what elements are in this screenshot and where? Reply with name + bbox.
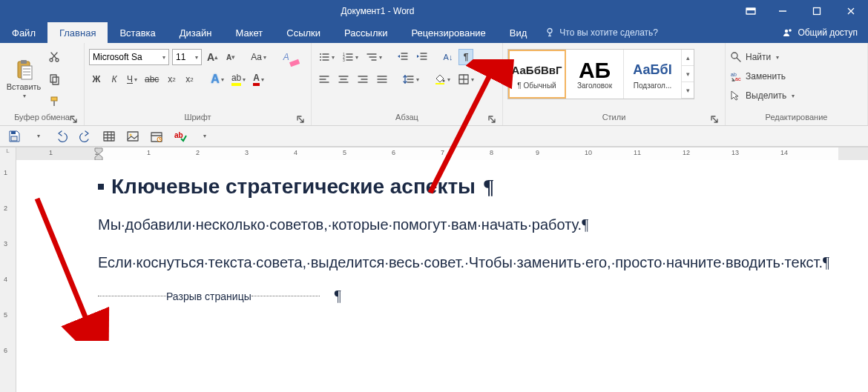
styles-gallery[interactable]: АаБбВвГ ¶ Обычный АБ Заголовок АаБбI Под… <box>507 49 694 99</box>
bullets-button[interactable] <box>316 49 337 65</box>
svg-marker-90 <box>95 154 102 160</box>
tell-me[interactable]: Что вы хотите сделать? <box>545 27 658 38</box>
paragraph-launcher[interactable] <box>487 115 496 124</box>
numbering-button[interactable]: 123 <box>340 49 361 65</box>
ruler-gutter: L <box>0 147 16 160</box>
qat-customize-button[interactable] <box>196 128 212 144</box>
font-name-combo[interactable]: Microsoft Sa <box>89 49 169 65</box>
tab-view[interactable]: Вид <box>498 22 539 43</box>
qat-undo-button[interactable] <box>53 128 70 144</box>
highlight-button[interactable]: ab <box>229 71 248 87</box>
ribbon-display-options[interactable] <box>740 6 761 16</box>
qat-save-button[interactable] <box>6 128 22 144</box>
decrease-indent-button[interactable] <box>395 49 411 65</box>
style-heading2[interactable]: АаБбI Подзагол... <box>624 50 682 99</box>
share-button[interactable]: Общий доступ <box>772 27 868 38</box>
replace-button[interactable]: abac Заменить <box>730 68 795 84</box>
format-painter-button[interactable] <box>46 93 62 110</box>
change-case-button[interactable]: Aa <box>249 49 269 65</box>
qat-picture-button[interactable] <box>125 128 141 144</box>
styles-scroller[interactable]: ▴▾▾ <box>682 50 694 99</box>
horizontal-ruler[interactable]: L 1 2 1 2 3 4 5 6 7 8 9 10 11 12 13 14 <box>0 147 868 160</box>
tab-layout[interactable]: Макет <box>223 22 274 43</box>
tab-home[interactable]: Главная <box>47 22 108 43</box>
tab-review[interactable]: Рецензирование <box>399 22 497 43</box>
svg-point-82 <box>130 133 132 136</box>
shrink-font-button[interactable]: A▾ <box>223 49 238 65</box>
qat-save-dropdown[interactable] <box>30 128 46 144</box>
text-effects-button[interactable]: A <box>208 71 226 87</box>
increase-indent-button[interactable] <box>414 49 430 65</box>
vertical-ruler[interactable]: 1 2 3 4 5 6 <box>0 160 16 392</box>
style-heading1-label: Заголовок <box>577 82 612 90</box>
line-spacing-button[interactable] <box>401 71 421 87</box>
underline-button[interactable]: Ч <box>125 71 139 87</box>
justify-button[interactable] <box>374 71 390 87</box>
tab-design[interactable]: Дизайн <box>168 22 224 43</box>
page-break-label: Разрыв страницы <box>166 290 251 302</box>
italic-button[interactable]: К <box>107 71 122 87</box>
clipboard-launcher[interactable] <box>69 115 78 124</box>
paste-button[interactable]: Вставить <box>4 46 43 112</box>
tab-file[interactable]: Файл <box>0 22 47 43</box>
close-button[interactable] <box>834 0 868 22</box>
shading-button[interactable] <box>432 71 453 87</box>
show-hide-pilcrow-button[interactable]: ¶ <box>458 49 473 65</box>
qat-redo-button[interactable] <box>77 128 93 144</box>
cut-button[interactable] <box>46 49 62 65</box>
font-size-combo[interactable]: 11 <box>172 49 202 65</box>
select-button[interactable]: Выделить <box>730 87 795 104</box>
tab-insert[interactable]: Вставка <box>108 22 167 43</box>
tab-references[interactable]: Ссылки <box>274 22 332 43</box>
style-normal[interactable]: АаБбВвГ ¶ Обычный <box>508 50 566 99</box>
group-editing-label: Редактирование <box>766 113 828 122</box>
sort-button[interactable]: А↓ <box>441 49 456 65</box>
window-title: Документ1 - Word <box>15 6 740 16</box>
font-launcher[interactable] <box>296 115 305 124</box>
doc-para-1[interactable]: Мы·добавили·несколько·советов,·которые·п… <box>98 213 853 236</box>
svg-rect-23 <box>51 97 57 101</box>
maximize-button[interactable] <box>800 0 834 22</box>
align-center-button[interactable] <box>335 71 352 87</box>
group-paragraph: 123 А↓ ¶ Абзац <box>312 43 503 125</box>
qat-table-button[interactable] <box>101 128 117 144</box>
page-break-marker[interactable]: Разрыв страницы ¶ <box>98 288 853 305</box>
quick-access-toolbar: ab <box>0 126 868 147</box>
strikethrough-button[interactable]: abc <box>142 71 161 87</box>
document-area[interactable]: Ключевые стратегические аспекты¶ Мы·доба… <box>16 160 868 392</box>
bold-button[interactable]: Ж <box>89 71 104 87</box>
heading-bullet-icon <box>98 184 104 190</box>
svg-line-20 <box>51 53 56 59</box>
doc-para-2[interactable]: Если·коснуться·текста·совета,·выделится·… <box>98 251 853 274</box>
font-color-button[interactable]: A <box>251 71 266 87</box>
grow-font-button[interactable]: A▴ <box>205 49 220 65</box>
group-editing: Найти abac Заменить Выделить Редактирова… <box>726 43 868 125</box>
pilcrow-icon: ¶ <box>823 254 829 270</box>
multilevel-list-button[interactable] <box>364 49 384 65</box>
ribbon: Вставить Буфер обмена Microsoft Sa 11 A▴… <box>0 43 868 126</box>
align-right-button[interactable] <box>355 71 371 87</box>
doc-heading[interactable]: Ключевые стратегические аспекты¶ <box>98 175 853 199</box>
align-left-button[interactable] <box>316 71 332 87</box>
qat-spelling-button[interactable]: ab <box>172 128 188 144</box>
qat-insert-date-button[interactable] <box>148 128 165 144</box>
subscript-button[interactable]: x2 <box>164 71 179 87</box>
superscript-button[interactable]: x2 <box>182 71 197 87</box>
minimize-button[interactable] <box>766 0 800 22</box>
svg-point-27 <box>320 56 321 58</box>
copy-button[interactable] <box>46 71 62 87</box>
share-label: Общий доступ <box>798 27 858 38</box>
svg-rect-1 <box>746 8 755 10</box>
style-normal-label: ¶ Обычный <box>517 82 556 90</box>
svg-point-26 <box>320 53 321 55</box>
style-heading1[interactable]: АБ Заголовок <box>566 50 624 99</box>
svg-rect-13 <box>22 66 32 79</box>
find-button[interactable]: Найти <box>730 49 795 65</box>
styles-launcher[interactable] <box>710 115 719 124</box>
tell-me-label: Что вы хотите сделать? <box>559 27 658 38</box>
svg-point-28 <box>320 59 321 61</box>
clear-formatting-button[interactable]: A <box>279 49 294 65</box>
tab-mailings[interactable]: Рассылки <box>332 22 399 43</box>
borders-button[interactable] <box>456 71 476 87</box>
svg-rect-24 <box>53 101 55 106</box>
